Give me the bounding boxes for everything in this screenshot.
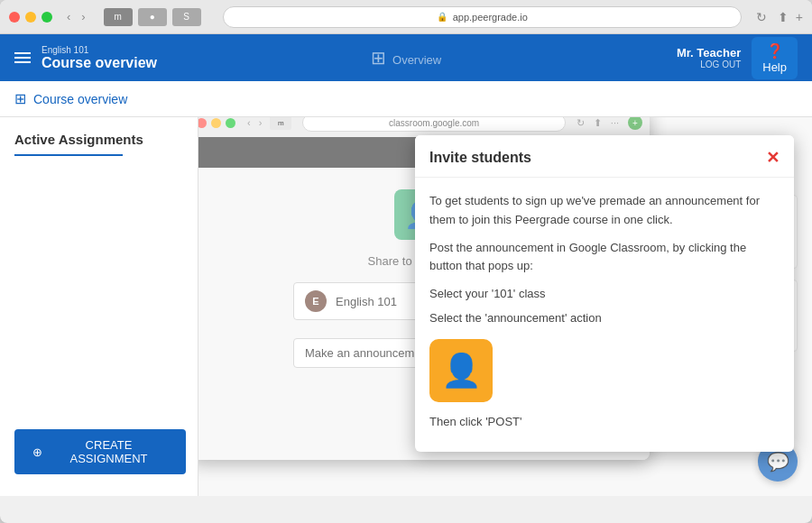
browser-window: ‹ › m ● S 🔒 app.peergrade.io ↻ ⬆ + Engli…: [0, 0, 812, 523]
course-name: English 101: [42, 45, 157, 55]
lock-icon: 🔒: [437, 12, 448, 22]
plus-circle-icon: ⊕: [32, 445, 42, 459]
top-nav: English 101 Course overview ⊞ Overview M…: [0, 34, 812, 81]
share-button[interactable]: ⬆: [778, 10, 789, 24]
back-button[interactable]: ‹: [63, 8, 74, 25]
app-container: English 101 Course overview ⊞ Overview M…: [0, 34, 812, 496]
teacher-info: Mr. Teacher LOG OUT: [677, 46, 741, 69]
bookmark-button[interactable]: +: [796, 10, 803, 24]
top-nav-right: Mr. Teacher LOG OUT ❓ Help: [677, 37, 798, 79]
help-label: Help: [762, 60, 787, 74]
close-button[interactable]: [9, 12, 20, 23]
invite-body-text2: Post the announcement in Google Classroo…: [429, 239, 780, 277]
teacher-name: Mr. Teacher: [677, 46, 741, 60]
invite-modal: Invite students ✕ To get students to sig…: [415, 135, 794, 452]
create-assignment-button[interactable]: ⊕ CREATE ASSIGNMENT: [14, 429, 186, 474]
invite-header: Invite students ✕: [415, 135, 794, 178]
left-panel-inner: Active Assignments ⊕ CREATE ASSIGNMENT: [0, 117, 198, 496]
maximize-button[interactable]: [42, 12, 52, 23]
invite-classroom-icon: 👤: [429, 339, 493, 402]
invite-classroom-person-icon: 👤: [441, 344, 482, 397]
step2-text: Select the 'announcement' action: [429, 311, 602, 325]
help-icon: ❓: [766, 42, 784, 60]
nav-brand: English 101 Course overview: [42, 45, 157, 71]
tab-icon-circle: ●: [138, 8, 167, 26]
page-title: Course overview: [42, 55, 157, 71]
step3-text: Then click 'POST': [429, 415, 522, 428]
browser-titlebar: ‹ › m ● S 🔒 app.peergrade.io ↻ ⬆ +: [0, 0, 812, 34]
overview-label: ⊞ Overview: [371, 47, 441, 69]
invite-step1: Select your '101' class: [429, 285, 780, 304]
active-assignments-title: Active Assignments: [0, 117, 198, 154]
help-button[interactable]: ❓ Help: [752, 37, 798, 79]
invite-step2: Select the 'announcement' action: [429, 309, 780, 328]
address-bar[interactable]: 🔒 app.peergrade.io: [223, 6, 742, 28]
grid-icon: ⊞: [14, 90, 26, 107]
tab-icon-m: m: [104, 8, 133, 26]
sub-nav-title[interactable]: Course overview: [33, 92, 127, 106]
create-assignment-label: CREATE ASSIGNMENT: [50, 438, 168, 465]
refresh-button[interactable]: ↻: [756, 10, 767, 24]
invite-close-button[interactable]: ✕: [766, 148, 780, 168]
address-text: app.peergrade.io: [453, 12, 528, 23]
forward-button[interactable]: ›: [78, 8, 88, 25]
step1-text: Select your '101' class: [429, 287, 546, 300]
invite-body: To get students to sign up we've premade…: [415, 178, 794, 452]
tab-icon-s: S: [172, 8, 201, 26]
left-panel: Active Assignments ⊕ CREATE ASSIGNMENT: [0, 117, 198, 496]
traffic-lights: [9, 12, 52, 23]
invite-body-text1: To get students to sign up we've premade…: [429, 192, 780, 230]
invite-step3: Then click 'POST': [429, 413, 780, 432]
nav-buttons: ‹ ›: [63, 8, 89, 25]
minimize-button[interactable]: [25, 12, 36, 23]
top-nav-left: English 101 Course overview: [14, 45, 157, 71]
menu-button[interactable]: [14, 52, 31, 63]
right-panel: 👍 0 helpful feedback 🚩 0 unattended flag…: [198, 117, 812, 496]
create-btn-container: ⊕ CREATE ASSIGNMENT: [0, 422, 198, 482]
main-content: Active Assignments ⊕ CREATE ASSIGNMENT: [0, 117, 812, 496]
logout-button[interactable]: LOG OUT: [677, 60, 741, 69]
active-tab-indicator: [14, 154, 123, 156]
sub-nav: ⊞ Course overview: [0, 81, 812, 117]
invite-title: Invite students: [429, 150, 531, 166]
